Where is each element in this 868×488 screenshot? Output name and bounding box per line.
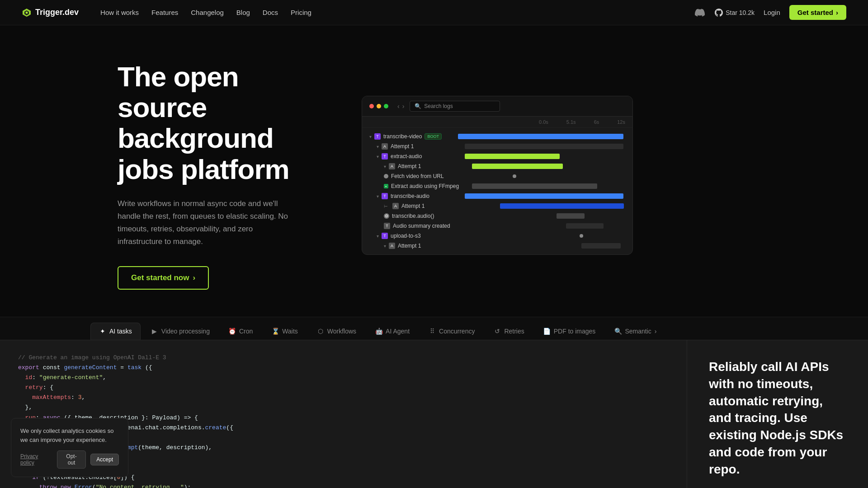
- timeline-bar-area: [454, 133, 625, 140]
- tab-workflows[interactable]: ⬡ Workflows: [308, 323, 365, 340]
- code-comment: // Generate an image using OpenAI Dall-E…: [18, 354, 166, 361]
- back-arrow[interactable]: ‹: [397, 103, 400, 110]
- search-icon: 🔍: [614, 328, 622, 335]
- task-label: ▾ T transcribe-video BOOT: [369, 133, 451, 140]
- task-name: upload-to-s3: [391, 233, 421, 239]
- opt-out-button[interactable]: Opt-out: [57, 450, 86, 469]
- attempt-icon: A: [392, 203, 399, 209]
- task-name: transcribe.audio(): [392, 213, 434, 219]
- task-label: ▾ T upload-to-s3: [377, 233, 458, 239]
- task-name: Attempt 1: [401, 203, 425, 209]
- timeline-nav: ‹ ›: [397, 103, 404, 110]
- ffmpeg-icon: ▪: [384, 184, 388, 188]
- logo-icon: [22, 8, 32, 18]
- logo-text: Trigger.dev: [35, 8, 79, 17]
- task-label: ⊢ A Attempt 1: [384, 203, 465, 209]
- task-name: transcribe-video: [383, 133, 422, 140]
- chevron-icon: ▾: [377, 194, 379, 199]
- tab-semantic[interactable]: 🔍 Semantic ›: [606, 323, 665, 340]
- task-label: ▾ A Attempt 1: [384, 163, 465, 169]
- logo[interactable]: Trigger.dev: [22, 8, 79, 18]
- timeline-bar: [472, 164, 563, 169]
- tab-cron[interactable]: ⏰ Cron: [220, 323, 261, 340]
- search-log-input[interactable]: 🔍 Search logs: [410, 101, 500, 112]
- dot-marker: [513, 174, 516, 178]
- time-0: 0.0s: [539, 119, 548, 125]
- table-row: ▾ A Attempt 1: [362, 241, 632, 251]
- cookie-banner: We only collect analytics cookies so we …: [11, 418, 128, 477]
- svg-point-2: [26, 11, 28, 14]
- table-row: ⚙ transcribe.audio(): [362, 211, 632, 221]
- description-text: Reliably call AI APIs with no timeouts, …: [709, 358, 846, 478]
- chevron-icon: ▾: [377, 234, 379, 239]
- accept-button[interactable]: Accept: [90, 454, 119, 465]
- nav-how-it-works[interactable]: How it works: [100, 9, 139, 16]
- timeline-bar: [465, 193, 623, 199]
- cookie-actions: Privacy policy Opt-out Accept: [20, 450, 119, 469]
- timeline-bar-area: [469, 222, 625, 230]
- nav-docs[interactable]: Docs: [263, 9, 278, 16]
- timeline-bar: [465, 154, 560, 159]
- chevron-icon: ▾: [377, 144, 379, 149]
- timeline-panel: ‹ › 🔍 Search logs 0.0s 5.1s 6s 12s: [362, 96, 633, 255]
- trigger-icon: T: [382, 153, 388, 160]
- tab-ai-agent[interactable]: 🤖 AI Agent: [367, 323, 418, 340]
- timeline-bar-area: [462, 192, 625, 200]
- timeline-bar: [465, 144, 623, 149]
- nav-features[interactable]: Features: [151, 9, 178, 16]
- table-row: ⊢ A Attempt 1: [362, 201, 632, 211]
- timeline-bar-area: [469, 183, 625, 190]
- boot-badge: BOOT: [425, 133, 442, 140]
- tab-ai-tasks[interactable]: ✦ AI tasks: [90, 323, 141, 340]
- nav-changelog[interactable]: Changelog: [191, 9, 224, 16]
- time-51: 5.1s: [566, 119, 576, 125]
- chevron-icon: ▾: [384, 164, 386, 169]
- table-row: ▪ Extract audio using FFmpeg: [362, 181, 632, 191]
- github-star-count: Star 10.2k: [726, 9, 755, 16]
- table-row: ▾ A Attempt 1: [362, 141, 632, 151]
- tab-video-processing[interactable]: ▶ Video processing: [142, 323, 218, 340]
- timeline-bar: [458, 134, 624, 139]
- task-label: ▾ T transcribe-audio: [377, 193, 458, 199]
- tab-waits[interactable]: ⌛ Waits: [263, 323, 306, 340]
- timeline-bar: [581, 243, 621, 249]
- timeline-bar-area: [469, 202, 625, 210]
- timeline-bar-area: [469, 242, 625, 249]
- task-label: Fetch video from URL: [384, 173, 465, 179]
- retry-icon: ↺: [494, 328, 501, 335]
- task-name: transcribe-audio: [391, 193, 429, 199]
- minimize-dot: [377, 104, 381, 108]
- privacy-policy-link[interactable]: Privacy policy: [20, 453, 52, 466]
- nav-right: Star 10.2k Login Get started ›: [694, 5, 846, 20]
- task-label: ▾ A Attempt 1: [384, 243, 465, 249]
- nav-pricing[interactable]: Pricing: [291, 9, 311, 16]
- search-icon: 🔍: [415, 103, 421, 109]
- code-section: // Generate an image using OpenAI Dall-E…: [0, 340, 868, 488]
- ai-agent-icon: 🤖: [375, 328, 382, 335]
- fn-icon: ⚙: [384, 213, 389, 219]
- attempt-icon: A: [382, 143, 388, 150]
- get-started-nav-button[interactable]: Get started ›: [789, 5, 846, 20]
- discord-icon[interactable]: [694, 7, 706, 19]
- task-name: Attempt 1: [398, 243, 421, 249]
- timeline-header: ‹ › 🔍 Search logs: [362, 96, 632, 117]
- timeline-bar-area: [462, 153, 625, 160]
- grid-icon: ⠿: [429, 328, 436, 335]
- timeline-bar-area: [462, 232, 625, 239]
- tab-concurrency[interactable]: ⠿ Concurrency: [420, 323, 483, 340]
- dash-icon: ⊢: [384, 204, 388, 209]
- get-started-cta-button[interactable]: Get started now ›: [118, 266, 209, 290]
- video-icon: ▶: [151, 328, 158, 335]
- nav-blog[interactable]: Blog: [236, 9, 250, 16]
- table-row: ▾ T transcribe-video BOOT: [362, 131, 632, 141]
- tab-retries[interactable]: ↺ Retries: [485, 323, 533, 340]
- trigger-icon: T: [382, 233, 388, 239]
- tab-pdf-to-images[interactable]: 📄 PDF to images: [535, 323, 604, 340]
- task-label: T Audio summary created: [384, 223, 465, 229]
- task-name: extract-audio: [391, 153, 422, 160]
- github-star[interactable]: Star 10.2k: [715, 9, 755, 17]
- login-link[interactable]: Login: [764, 9, 780, 16]
- task-label: ▪ Extract audio using FFmpeg: [384, 183, 465, 189]
- forward-arrow[interactable]: ›: [402, 103, 405, 110]
- hero-left: The open source background jobs platform…: [118, 61, 326, 290]
